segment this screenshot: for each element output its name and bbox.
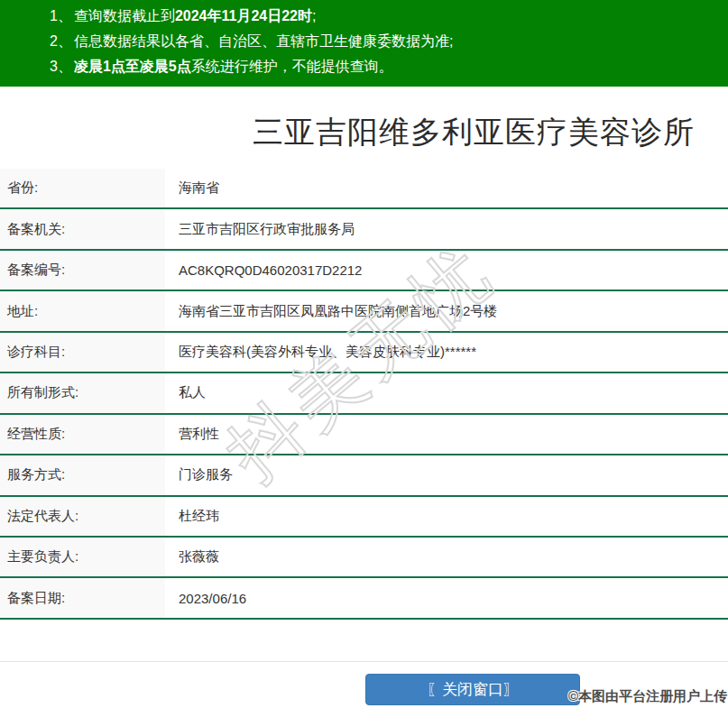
- close-window-button[interactable]: 〖关闭窗口〗: [365, 674, 580, 705]
- row-label: 省份:: [0, 169, 165, 207]
- row-label: 备案编号:: [0, 251, 165, 290]
- notice-number: 3、: [50, 59, 72, 74]
- table-row-principal: 主要负责人: 张薇薇: [0, 538, 728, 578]
- row-value: 张薇薇: [165, 538, 728, 576]
- notice-text: 查询数据截止到: [74, 8, 175, 23]
- notice-text: 系统进行维护，不能提供查询。: [191, 59, 393, 74]
- row-label: 地址:: [0, 291, 165, 330]
- row-label: 服务方式:: [0, 455, 165, 494]
- table-row-business-nature: 经营性质: 营利性: [0, 415, 728, 455]
- notice-banner: 1、查询数据截止到2024年11月24日22时; 2、信息数据结果以各省、自治区…: [0, 0, 728, 87]
- notice-number: 2、: [50, 33, 72, 49]
- row-label: 经营性质:: [0, 415, 165, 454]
- notice-text: 信息数据结果以各省、自治区、直辖市卫生健康委数据为准;: [74, 33, 453, 49]
- row-label: 备案机关:: [0, 209, 165, 248]
- table-row-legal-representative: 法定代表人: 杜经玮: [0, 497, 728, 538]
- table-row-filing-authority: 备案机关: 三亚市吉阳区行政审批服务局: [0, 209, 728, 250]
- row-value: 医疗美容科(美容外科专业、美容皮肤科专业)******: [165, 333, 728, 372]
- table-row-service-mode: 服务方式: 门诊服务: [0, 455, 728, 496]
- row-value: 海南省: [165, 169, 728, 207]
- row-label: 主要负责人:: [0, 538, 165, 576]
- page-title: 三亚吉阳维多利亚医疗美容诊所: [0, 112, 728, 153]
- row-value: AC8KQRQ0D46020317D2212: [165, 251, 728, 290]
- row-label: 备案日期:: [0, 578, 165, 617]
- upload-note-watermark: ©本图由平台注册用户上传: [568, 688, 727, 705]
- notice-number: 1、: [50, 8, 72, 23]
- info-table: 省份: 海南省 备案机关: 三亚市吉阳区行政审批服务局 备案编号: AC8KQR…: [0, 169, 728, 620]
- row-value: 三亚市吉阳区行政审批服务局: [165, 209, 728, 248]
- notice-text-bold: 凌晨1点至凌晨5点: [74, 59, 191, 74]
- notice-line-2: 2、信息数据结果以各省、自治区、直辖市卫生健康委数据为准;: [0, 29, 728, 54]
- query-result-page: 1、查询数据截止到2024年11月24日22时; 2、信息数据结果以各省、自治区…: [0, 0, 728, 708]
- table-row-province: 省份: 海南省: [0, 169, 728, 209]
- row-value: 杜经玮: [165, 497, 728, 536]
- row-label: 法定代表人:: [0, 497, 165, 536]
- row-label: 所有制形式:: [0, 373, 165, 412]
- bottom-divider: [0, 661, 728, 662]
- row-value: 海南省三亚市吉阳区凤凰路中医院南侧首地广场2号楼: [165, 291, 728, 330]
- table-row-filing-number: 备案编号: AC8KQRQ0D46020317D2212: [0, 251, 728, 291]
- table-row-address: 地址: 海南省三亚市吉阳区凤凰路中医院南侧首地广场2号楼: [0, 291, 728, 332]
- row-value: 营利性: [165, 415, 728, 454]
- table-row-ownership: 所有制形式: 私人: [0, 373, 728, 414]
- row-label: 诊疗科目:: [0, 333, 165, 372]
- notice-text-bold: 2024年11月24日22时: [175, 8, 312, 23]
- table-row-medical-subjects: 诊疗科目: 医疗美容科(美容外科专业、美容皮肤科专业)******: [0, 333, 728, 373]
- notice-line-1: 1、查询数据截止到2024年11月24日22时;: [0, 4, 728, 29]
- row-value: 私人: [165, 373, 728, 412]
- notice-text: ;: [312, 8, 316, 23]
- row-value: 门诊服务: [165, 455, 728, 494]
- row-value: 2023/06/16: [165, 578, 728, 617]
- notice-line-3: 3、凌晨1点至凌晨5点系统进行维护，不能提供查询。: [0, 54, 728, 79]
- table-row-filing-date: 备案日期: 2023/06/16: [0, 578, 728, 619]
